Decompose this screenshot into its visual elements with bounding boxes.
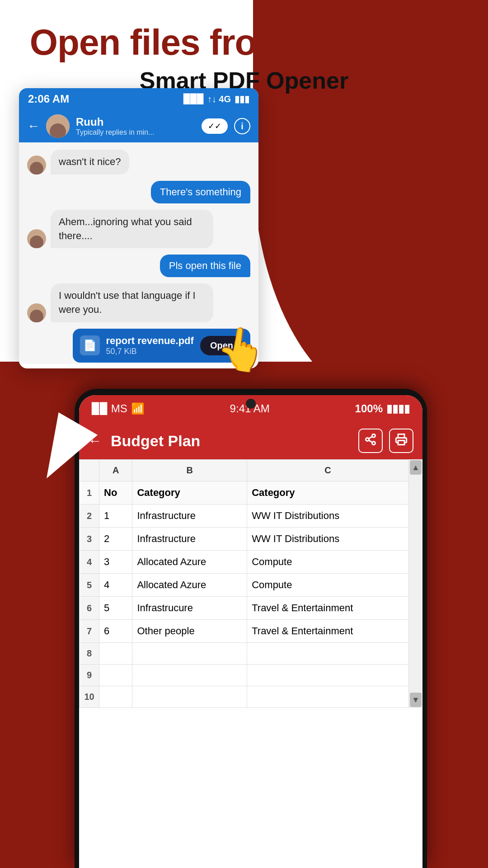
spreadsheet-content: A B C 1 No Category Category <box>79 459 422 868</box>
svg-point-1 <box>372 434 375 437</box>
table-row: 6 5 Infrastrucure Travel & Entertainment <box>80 597 409 620</box>
table-row: 3 2 Infrastructure WW IT Distributions <box>80 528 409 551</box>
table-cell: Infrastrucure <box>132 597 247 620</box>
print-icon <box>395 433 408 449</box>
pdf-info: report revenue.pdf 50,7 KiB <box>106 335 194 356</box>
scroll-up-button[interactable]: ▲ <box>410 460 422 475</box>
pdf-filename: report revenue.pdf <box>106 335 194 347</box>
svg-line-4 <box>369 440 372 442</box>
table-cell: No <box>99 481 132 505</box>
pdf-size: 50,7 KiB <box>106 347 194 356</box>
received-message: Ahem...ignoring what you said there.... <box>51 210 213 249</box>
table-cell: Compute <box>247 551 409 574</box>
table-cell: Allocated Azure <box>132 574 247 597</box>
wifi-icon: 📶 <box>131 402 145 415</box>
msg-status-icons: ▉▉▉ ↑↓ 4G ▮▮▮ <box>183 94 249 104</box>
row-number: 6 <box>80 597 99 620</box>
battery-icon: ▮▮▮▮ <box>386 402 410 415</box>
table-cell <box>99 643 132 665</box>
table-cell <box>132 643 247 665</box>
received-message: wasn't it nice? <box>51 150 129 175</box>
table-row: 7 6 Other people Travel & Entertainment <box>80 620 409 643</box>
table-cell: Compute <box>247 574 409 597</box>
statusbar-right: 100% ▮▮▮▮ <box>355 402 410 415</box>
back-button[interactable]: ← <box>27 119 40 133</box>
carrier-label: ▉▉ MS <box>92 402 127 415</box>
list-item: I wouldn't use that language if I were y… <box>27 283 250 322</box>
table-cell <box>247 686 409 708</box>
spreadsheet-table: A B C 1 No Category Category <box>79 459 409 708</box>
table-cell: WW IT Distributions <box>247 528 409 551</box>
page-header: Open files from other app Smart PDF Open… <box>0 0 488 103</box>
row-number: 7 <box>80 620 99 643</box>
col-header-c: C <box>247 460 409 481</box>
scrollbar[interactable]: ▲ ▼ <box>409 459 422 708</box>
table-wrapper: A B C 1 No Category Category <box>79 459 422 708</box>
table-cell: 2 <box>99 528 132 551</box>
avatar <box>27 303 46 322</box>
hand-pointing-icon: 👆 <box>212 321 271 377</box>
phone-screen: ▉▉ MS 📶 9:41 AM 100% ▮▮▮▮ ← Budget Plan <box>79 395 422 868</box>
camera-cutout <box>246 399 256 409</box>
msg-header: ← Ruuh Typically replies in min... ✓✓ i <box>19 110 258 142</box>
battery-icon: ▮▮▮ <box>235 94 249 104</box>
sheet-header: ← Budget Plan <box>79 422 422 459</box>
table-cell: Allocated Azure <box>132 551 247 574</box>
table-cell <box>132 665 247 686</box>
table-cell: Infrastructure <box>132 528 247 551</box>
battery-percent: 100% <box>355 402 383 415</box>
list-item: Ahem...ignoring what you said there.... <box>27 210 250 249</box>
table-cell: Category <box>247 481 409 505</box>
table-cell: Travel & Entertainment <box>247 620 409 643</box>
svg-rect-6 <box>398 440 404 444</box>
header-actions <box>358 429 413 453</box>
contact-avatar <box>46 114 70 138</box>
col-header-b: B <box>132 460 247 481</box>
list-item: wasn't it nice? <box>27 150 250 175</box>
header-actions: ✓✓ i <box>202 118 250 134</box>
table-row: 2 1 Infrastructure WW IT Distributions <box>80 505 409 528</box>
contact-name: Ruuh <box>76 116 195 128</box>
print-button[interactable] <box>389 429 413 453</box>
table-row: 5 4 Allocated Azure Compute <box>80 574 409 597</box>
sent-message: There's something <box>151 181 250 203</box>
table-cell: WW IT Distributions <box>247 505 409 528</box>
avatar <box>27 229 46 248</box>
pdf-icon: 📄 <box>80 335 100 355</box>
table-cell <box>99 686 132 708</box>
document-title: Budget Plan <box>111 432 349 450</box>
check-icon: ✓✓ <box>208 121 221 131</box>
row-number: 9 <box>80 665 99 686</box>
list-item: Pls open this file <box>27 255 250 277</box>
row-number: 5 <box>80 574 99 597</box>
msg-statusbar: 2:06 AM ▉▉▉ ↑↓ 4G ▮▮▮ <box>19 88 258 110</box>
svg-point-3 <box>372 441 375 444</box>
row-number: 4 <box>80 551 99 574</box>
row-number: 1 <box>80 481 99 505</box>
msg-time: 2:06 AM <box>28 93 69 105</box>
svg-point-2 <box>366 438 369 441</box>
verify-button[interactable]: ✓✓ <box>202 118 228 134</box>
network-icon: ↑↓ 4G <box>207 94 231 104</box>
table-row: 8 <box>80 643 409 665</box>
svg-line-5 <box>369 436 372 439</box>
table-row: 4 3 Allocated Azure Compute <box>80 551 409 574</box>
share-button[interactable] <box>358 429 383 453</box>
table-cell <box>132 686 247 708</box>
table-cell: 3 <box>99 551 132 574</box>
table-cell: 6 <box>99 620 132 643</box>
page-title: Open files from other app <box>18 23 470 62</box>
scroll-down-button[interactable]: ▼ <box>410 693 422 707</box>
info-button[interactable]: i <box>234 118 250 134</box>
list-item: There's something <box>27 181 250 203</box>
avatar <box>27 156 46 175</box>
main-table: A B C 1 No Category Category <box>79 459 409 708</box>
share-icon <box>364 433 377 449</box>
row-number: 2 <box>80 505 99 528</box>
table-row: 9 <box>80 665 409 686</box>
col-header-a: A <box>99 460 132 481</box>
statusbar-left: ▉▉ MS 📶 <box>92 402 145 415</box>
table-cell: Category <box>132 481 247 505</box>
row-number: 10 <box>80 686 99 708</box>
table-cell: Travel & Entertainment <box>247 597 409 620</box>
